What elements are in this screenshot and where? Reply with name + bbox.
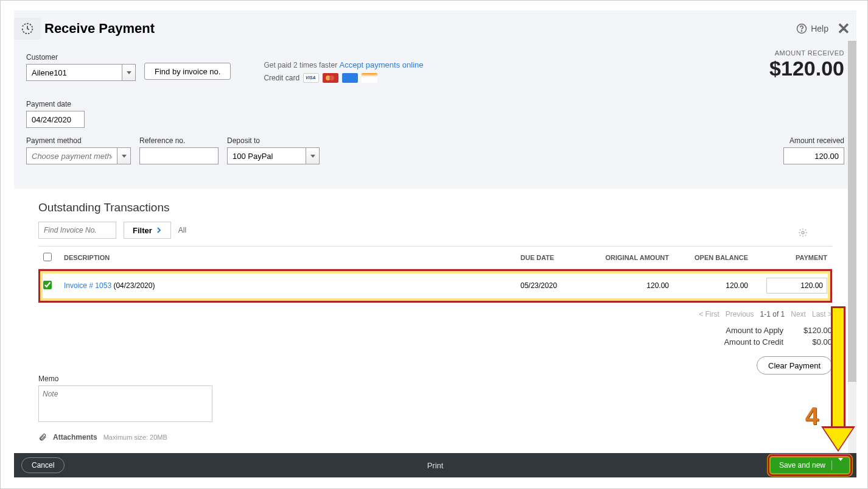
paperclip-icon [38,433,47,442]
save-and-new-button[interactable]: Save and new [771,457,849,473]
invoice-link[interactable]: Invoice # 1053 [64,281,111,290]
amount-to-apply-label: Amount to Apply [698,326,783,335]
print-link[interactable]: Print [427,461,444,470]
deposit-to-label: Deposit to [227,136,320,145]
find-invoice-input[interactable] [38,222,116,239]
reference-label: Reference no. [139,136,219,145]
find-invoice-button[interactable]: Find by invoice no. [144,63,231,80]
pager-range: 1-1 of 1 [760,310,785,318]
row-payment-input[interactable] [766,278,827,294]
attachments-size: Maximum size: 20MB [103,434,167,441]
history-icon[interactable] [14,18,41,40]
visa-icon: VISA [303,73,319,83]
memo-section: Memo [38,375,832,424]
promo-text: Get paid 2 times faster Accept payments … [264,60,423,69]
save-dropdown-icon[interactable] [838,461,843,470]
amex-icon [342,73,358,83]
customer-field: Customer [26,53,136,81]
pager-first[interactable]: < First [699,310,719,318]
credit-card-label: Credit card [264,74,299,82]
amount-received-label: AMOUNT RECEIVED [769,49,844,57]
header: Receive Payment Help ✕ [14,10,856,47]
filter-all-label: All [178,226,186,234]
customer-label: Customer [26,53,136,62]
amount-to-apply-value: $120.00 [783,326,832,335]
amount-received-display: AMOUNT RECEIVED $120.00 [769,49,844,80]
payment-date-label: Payment date [26,100,844,108]
page-title: Receive Payment [44,21,155,37]
discover-icon [362,73,377,83]
memo-textarea[interactable] [38,385,212,422]
totals: Amount to Apply$120.00 Amount to Credit$… [38,326,832,347]
row-description: Invoice # 1053 (04/23/2020) [59,269,516,303]
transactions-table: DESCRIPTION DUE DATE ORIGINAL AMOUNT OPE… [38,246,832,303]
scroll-thumb[interactable] [848,41,856,382]
deposit-to-input[interactable] [227,147,306,164]
payment-method-input[interactable] [26,147,117,164]
col-payment: PAYMENT [753,247,832,269]
credit-card-row: Credit card VISA [264,73,423,83]
select-all-checkbox[interactable] [43,253,52,261]
amount-to-credit-label: Amount to Credit [698,337,783,347]
gear-icon[interactable] [798,228,808,240]
reference-input[interactable] [139,147,219,164]
outstanding-transactions-section: Outstanding Transactions Filter All DESC… [14,189,856,454]
pager: < First Previous 1-1 of 1 Next Last > [38,303,832,326]
pager-previous[interactable]: Previous [726,310,754,318]
help-label: Help [811,24,828,33]
accept-payments-link[interactable]: Accept payments online [339,60,423,69]
col-due-date: DUE DATE [516,247,583,269]
memo-label: Memo [38,375,832,383]
svg-point-2 [802,231,804,234]
mastercard-icon [323,73,338,83]
customer-dropdown-icon[interactable] [122,64,136,81]
scrollbar[interactable] [848,41,856,454]
filter-button[interactable]: Filter [124,222,171,239]
customer-input[interactable] [26,64,122,81]
amount-to-credit-value: $0.00 [783,337,832,347]
payment-date-input[interactable] [26,111,85,128]
amount-received-value: $120.00 [769,57,844,80]
cancel-button[interactable]: Cancel [21,457,65,473]
row-original-amount: 120.00 [583,269,674,303]
attachments-label: Attachments [53,433,97,442]
row-due-date: 05/23/2020 [516,269,583,303]
pager-last[interactable]: Last > [812,310,832,318]
col-description: DESCRIPTION [59,247,516,269]
payment-method-dropdown-icon[interactable] [117,147,131,164]
amount-received-field-label: Amount received [783,136,844,145]
row-checkbox[interactable] [43,281,52,289]
clear-payment-button[interactable]: Clear Payment [757,356,832,375]
attachments-row[interactable]: Attachments Maximum size: 20MB [38,433,832,442]
col-original-amount: ORIGINAL AMOUNT [583,247,674,269]
payment-method-label: Payment method [26,136,131,145]
row-open-balance: 120.00 [674,269,753,303]
outstanding-title: Outstanding Transactions [38,201,832,214]
deposit-to-dropdown-icon[interactable] [306,147,320,164]
col-open-balance: OPEN BALANCE [674,247,753,269]
footer: Cancel Print Save and new [14,453,856,477]
help-button[interactable]: Help [796,23,828,34]
svg-point-1 [802,30,802,31]
close-icon[interactable]: ✕ [837,19,850,38]
table-row: Invoice # 1053 (04/23/2020) 05/23/2020 1… [38,269,832,303]
amount-received-input[interactable] [783,147,844,164]
pager-next[interactable]: Next [791,310,806,318]
